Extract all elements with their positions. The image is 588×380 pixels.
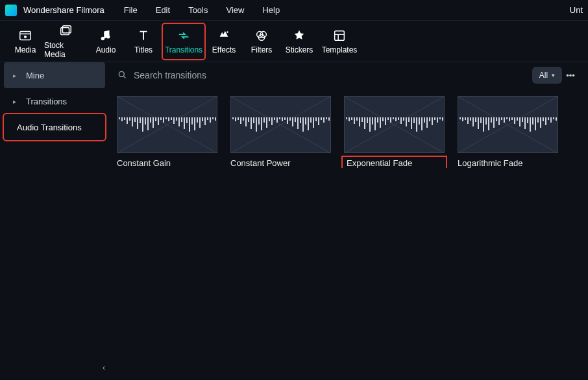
svg-point-5: [106, 35, 110, 39]
search-input[interactable]: [134, 70, 532, 80]
toolbar-templates[interactable]: Templates: [318, 23, 361, 60]
search-wrap: [117, 69, 532, 82]
effects-icon: [217, 29, 231, 43]
menubar: File Edit Tools View Help: [124, 5, 280, 15]
main-toolbar: Media Stock Media Audio Titles Transitio…: [0, 21, 588, 62]
sidebar-item-mine[interactable]: ▸ Mine: [4, 62, 105, 88]
titles-icon: [136, 29, 151, 43]
filter-dropdown[interactable]: All ▾: [532, 67, 562, 84]
menu-help[interactable]: Help: [262, 5, 280, 15]
sidebar-item-label: Transitions: [26, 97, 67, 106]
menu-view[interactable]: View: [226, 5, 244, 15]
sidebar-item-label: Mine: [26, 71, 44, 80]
sidebar-collapse-handle[interactable]: ‹: [103, 363, 109, 376]
toolbar-audio[interactable]: Audio: [87, 23, 125, 60]
ellipsis-icon: •••: [566, 71, 575, 80]
menu-file[interactable]: File: [124, 5, 138, 15]
card-label: Logarithmic Fade: [458, 158, 558, 168]
svg-point-1: [24, 35, 27, 38]
menu-edit[interactable]: Edit: [156, 5, 170, 15]
toolbar-filters-label: Filters: [251, 45, 273, 54]
transitions-icon: [177, 29, 191, 43]
card-constant-gain[interactable]: Constant Gain: [117, 96, 217, 168]
card-constant-power[interactable]: Constant Power: [230, 96, 331, 168]
toolbar-stickers-label: Stickers: [286, 45, 313, 54]
sidebar-item-transitions[interactable]: ▸ Transitions: [4, 88, 105, 114]
toolbar-effects-label: Effects: [212, 45, 236, 54]
toolbar-stickers[interactable]: Stickers: [280, 23, 318, 60]
card-thumbnail[interactable]: [344, 96, 445, 153]
app-title: Wondershare Filmora: [23, 5, 104, 15]
waveform-icon: [117, 117, 217, 132]
stickers-icon: [292, 29, 306, 43]
more-options-button[interactable]: •••: [562, 67, 579, 84]
card-thumbnail[interactable]: [117, 96, 217, 153]
chevron-right-icon: ▸: [13, 72, 19, 79]
svg-rect-2: [61, 27, 69, 34]
card-exponential-fade[interactable]: Exponential Fade: [344, 96, 445, 168]
templates-icon: [332, 29, 347, 43]
toolbar-stock-media-label: Stock Media: [44, 41, 87, 59]
sidebar-item-audio-transitions[interactable]: Audio Transitions: [4, 114, 105, 140]
card-label: Constant Gain: [117, 158, 217, 168]
toolbar-effects[interactable]: Effects: [205, 23, 243, 60]
transitions-grid: Constant Gain Constant Power Exponential…: [109, 88, 588, 168]
content-column: All ▾ ••• Constant Gain Constant Po: [109, 62, 588, 380]
toolbar-transitions[interactable]: Transitions: [162, 23, 205, 60]
card-label: Exponential Fade: [344, 158, 445, 168]
sidebar-item-label: Audio Transitions: [17, 123, 82, 132]
filters-icon: [254, 29, 269, 43]
waveform-icon: [231, 117, 330, 132]
toolbar-media-label: Media: [15, 45, 36, 54]
card-thumbnail[interactable]: [230, 96, 331, 153]
menu-tools[interactable]: Tools: [188, 5, 208, 15]
toolbar-transitions-label: Transitions: [165, 45, 202, 54]
chevron-right-icon: ▸: [13, 98, 19, 105]
stock-media-icon: [58, 24, 73, 38]
toolbar-titles-label: Titles: [134, 45, 153, 54]
sidebar: ▸ Mine ▸ Transitions Audio Transitions: [0, 62, 109, 380]
waveform-icon: [345, 117, 444, 132]
svg-point-6: [227, 31, 228, 32]
svg-rect-10: [335, 30, 345, 40]
filter-label: All: [539, 71, 548, 80]
titlebar: Wondershare Filmora File Edit Tools View…: [0, 0, 588, 21]
toolbar-audio-label: Audio: [96, 45, 116, 54]
audio-icon: [99, 29, 113, 43]
svg-point-11: [119, 71, 124, 77]
body-area: ▸ Mine ▸ Transitions Audio Transitions ‹…: [0, 62, 588, 380]
svg-point-4: [101, 36, 105, 40]
toolbar-titles[interactable]: Titles: [125, 23, 162, 60]
card-logarithmic-fade[interactable]: Logarithmic Fade: [458, 96, 558, 168]
project-title-truncated: Unt: [570, 5, 583, 15]
toolbar-media[interactable]: Media: [6, 23, 44, 60]
svg-rect-3: [62, 25, 71, 32]
search-icon: [117, 69, 127, 82]
toolbar-templates-label: Templates: [322, 45, 358, 54]
waveform-icon: [458, 117, 557, 132]
toolbar-filters[interactable]: Filters: [243, 23, 280, 60]
toolbar-stock-media[interactable]: Stock Media: [44, 23, 87, 60]
media-icon: [18, 29, 32, 43]
card-label: Constant Power: [230, 158, 331, 168]
app-logo-icon: [5, 5, 17, 16]
chevron-down-icon: ▾: [552, 72, 555, 78]
card-thumbnail[interactable]: [458, 96, 558, 153]
search-row: All ▾ •••: [109, 62, 588, 88]
